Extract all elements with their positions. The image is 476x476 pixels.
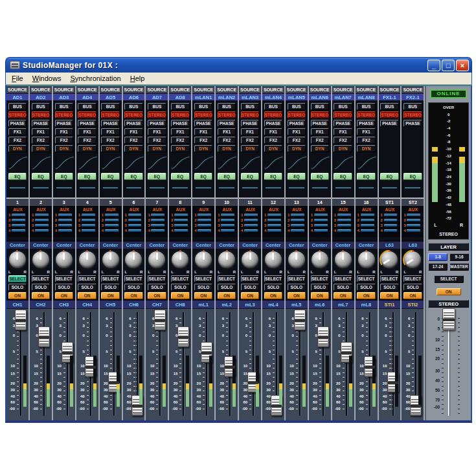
pan-knob[interactable] — [125, 251, 142, 268]
on-button[interactable]: ON — [241, 292, 259, 299]
stereo-button[interactable]: STEREO — [171, 111, 189, 119]
aux-send-level-bar[interactable] — [407, 229, 420, 232]
aux-send-level-bar[interactable] — [291, 224, 304, 227]
aux-send-level-bar[interactable] — [35, 224, 49, 227]
eq-button[interactable]: EQ — [124, 173, 142, 180]
select-button[interactable]: SELECT — [55, 275, 73, 282]
bus-button[interactable]: BUS — [288, 103, 306, 110]
menu-item-windows[interactable]: Windows — [28, 73, 66, 84]
eq-button[interactable]: EQ — [403, 173, 422, 180]
eq-button[interactable]: EQ — [288, 173, 306, 180]
minimize-button[interactable]: _ — [427, 60, 440, 71]
solo-button[interactable]: SOLO — [101, 284, 119, 291]
fx2-button[interactable]: FX2 — [194, 137, 212, 144]
aux-send-level-bar[interactable] — [337, 214, 351, 216]
bus-button[interactable]: BUS — [32, 103, 50, 110]
phase-button[interactable]: PHASE — [78, 120, 96, 127]
fx1-button[interactable]: FX1 — [55, 128, 73, 135]
aux-send-level-bar[interactable] — [12, 224, 25, 227]
pan-knob[interactable] — [172, 251, 188, 268]
phase-button[interactable]: PHASE — [403, 120, 422, 127]
aux-send-level-bar[interactable] — [291, 214, 304, 216]
fader-handle[interactable] — [294, 310, 306, 330]
aux-send-level-bar[interactable] — [314, 224, 328, 227]
aux-send-level-bar[interactable] — [82, 224, 95, 227]
phase-button[interactable]: PHASE — [148, 120, 166, 127]
aux-send-level-bar[interactable] — [221, 229, 234, 232]
solo-button[interactable]: SOLO — [171, 284, 189, 291]
aux-send-level-bar[interactable] — [58, 214, 72, 216]
phase-button[interactable]: PHASE — [101, 120, 119, 127]
pan-knob[interactable] — [102, 251, 119, 268]
solo-button[interactable]: SOLO — [357, 284, 375, 291]
solo-button[interactable]: SOLO — [403, 284, 422, 291]
eq-button[interactable]: EQ — [357, 173, 375, 180]
source-name[interactable]: mLAN8 — [356, 93, 378, 100]
aux-send-level-bar[interactable] — [174, 224, 188, 227]
fx2-button[interactable]: FX2 — [78, 137, 96, 144]
maximize-button[interactable]: □ — [442, 60, 455, 71]
dyn-button[interactable]: DYN — [218, 145, 236, 152]
stereo-button[interactable]: STEREO — [124, 111, 142, 119]
aux-send-level-bar[interactable] — [291, 219, 304, 221]
layer-button-master[interactable]: MASTER — [449, 263, 469, 271]
aux-send-level-bar[interactable] — [198, 229, 211, 232]
phase-button[interactable]: PHASE — [124, 120, 142, 127]
dyn-button[interactable]: DYN — [311, 145, 329, 152]
pan-knob[interactable] — [218, 251, 235, 268]
pan-knob[interactable] — [312, 251, 328, 268]
aux-send-level-bar[interactable] — [361, 219, 374, 221]
solo-button[interactable]: SOLO — [218, 284, 236, 291]
fx1-button[interactable]: FX1 — [171, 128, 189, 135]
select-button[interactable]: SELECT — [194, 275, 212, 282]
phase-button[interactable]: PHASE — [380, 120, 398, 127]
source-name[interactable]: AD4 — [76, 93, 98, 100]
solo-button[interactable]: SOLO — [288, 284, 306, 291]
aux-send-level-bar[interactable] — [361, 214, 374, 216]
dyn-button[interactable]: DYN — [78, 145, 96, 152]
source-name[interactable]: AD7 — [146, 93, 168, 100]
eq-button[interactable]: EQ — [380, 173, 398, 180]
fx2-button[interactable]: FX2 — [218, 137, 236, 144]
bus-button[interactable]: BUS — [218, 103, 236, 110]
on-button[interactable]: ON — [78, 292, 96, 299]
stereo-button[interactable]: STEREO — [78, 111, 96, 119]
aux-send-level-bar[interactable] — [128, 219, 142, 221]
solo-button[interactable]: SOLO — [78, 284, 96, 291]
aux-send-level-bar[interactable] — [35, 229, 49, 232]
fx2-button[interactable]: FX2 — [264, 137, 282, 144]
on-button[interactable]: ON — [311, 292, 329, 299]
stereo-button[interactable]: STEREO — [8, 111, 27, 119]
fader-handle[interactable] — [15, 310, 27, 330]
fx1-button[interactable]: FX1 — [334, 128, 352, 135]
dyn-button[interactable]: DYN — [32, 145, 50, 152]
eq-button[interactable]: EQ — [171, 173, 189, 180]
aux-send-level-bar[interactable] — [337, 229, 351, 232]
on-button[interactable]: ON — [334, 292, 352, 299]
select-button[interactable]: SELECT — [380, 275, 398, 282]
phase-button[interactable]: PHASE — [8, 120, 27, 127]
aux-send-level-bar[interactable] — [221, 214, 234, 216]
aux-send-level-bar[interactable] — [58, 219, 72, 221]
fx2-button[interactable]: FX2 — [171, 137, 189, 144]
close-button[interactable]: × — [456, 60, 469, 71]
dyn-button[interactable]: DYN — [124, 145, 142, 152]
fx1-button[interactable]: FX1 — [218, 128, 236, 135]
eq-button[interactable]: EQ — [101, 173, 119, 180]
solo-button[interactable]: SOLO — [264, 284, 282, 291]
eq-button[interactable]: EQ — [241, 173, 259, 180]
aux-send-level-bar[interactable] — [198, 219, 211, 221]
phase-button[interactable]: PHASE — [241, 120, 259, 127]
aux-send-level-bar[interactable] — [105, 224, 119, 227]
aux-send-level-bar[interactable] — [151, 219, 164, 221]
solo-button[interactable]: SOLO — [194, 284, 212, 291]
aux-send-level-bar[interactable] — [221, 219, 234, 221]
pan-knob[interactable] — [335, 251, 352, 268]
master-fader-handle[interactable] — [442, 308, 455, 330]
pan-knob[interactable] — [56, 251, 73, 268]
solo-button[interactable]: SOLO — [311, 284, 329, 291]
aux-send-level-bar[interactable] — [35, 219, 49, 221]
source-name[interactable]: AD3 — [53, 93, 75, 100]
stereo-button[interactable]: STEREO — [311, 111, 329, 119]
dyn-button[interactable]: DYN — [148, 145, 166, 152]
